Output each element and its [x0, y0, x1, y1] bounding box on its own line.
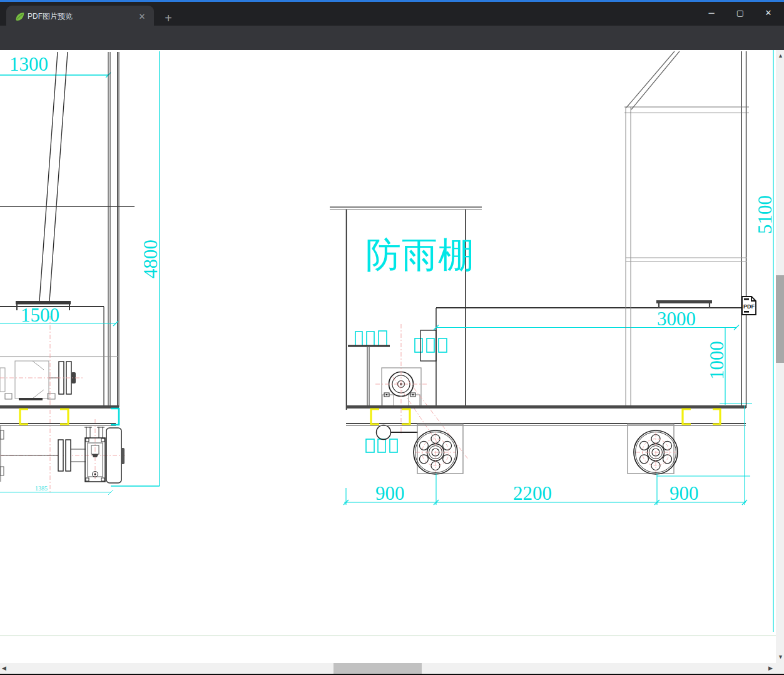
rail-clamps-left	[20, 409, 68, 424]
bearing-posts	[84, 427, 104, 438]
scroll-up-icon[interactable]: ▲	[778, 53, 783, 59]
scroll-right-icon[interactable]: ▶	[768, 666, 773, 671]
tab-strip: PDF图片预览 ✕ + ─ ▢ ✕	[0, 2, 784, 26]
window-minimize-button[interactable]: ─	[699, 4, 724, 21]
wheel-left	[414, 430, 457, 474]
scroll-down-icon[interactable]: ▼	[778, 654, 783, 660]
browser-tab[interactable]: PDF图片预览 ✕	[6, 6, 154, 28]
cad-drawing: 1300 1500	[0, 50, 776, 636]
dim-1385: 1385	[35, 485, 48, 492]
dim-1000: 1000	[706, 341, 728, 380]
new-tab-button[interactable]: +	[160, 10, 176, 26]
left-elevation-view: 1300 1500	[0, 51, 161, 495]
bottom-dimensions: 900 2200 900	[344, 405, 750, 505]
dim-900-rear: 900	[669, 482, 699, 504]
page-boundary-line	[0, 635, 776, 636]
window-maximize-button[interactable]: ▢	[728, 4, 753, 21]
pdf-download-button[interactable]: PDF	[741, 296, 757, 315]
shelter-label: 防雨棚	[365, 235, 474, 275]
dim-1500: 1500	[21, 304, 59, 326]
horizontal-scrollbar[interactable]: ◀ ▶	[0, 663, 784, 674]
dim-3000: 3000	[657, 308, 696, 330]
tab-close-icon[interactable]: ✕	[136, 11, 148, 23]
dim-2200: 2200	[513, 482, 552, 504]
gearbox-motor	[382, 368, 421, 406]
vertical-scrollbar-thumb[interactable]	[776, 275, 784, 363]
window-close-button[interactable]: ✕	[756, 4, 781, 21]
wheel-right	[634, 430, 678, 474]
browser-window: PDF图片预览 ✕ + ─ ▢ ✕ localhost:8012/onlineP…	[0, 0, 784, 675]
spring-favicon-icon	[14, 11, 25, 22]
trolley-undercarriage	[346, 405, 746, 474]
dim-1300: 1300	[9, 53, 48, 75]
dim-4800: 4800	[140, 240, 161, 278]
scroll-left-icon[interactable]: ◀	[2, 666, 6, 671]
browser-toolbar: localhost:8012/onlinePreview?url=http%3A…	[0, 26, 784, 50]
tab-title: PDF图片预览	[28, 11, 128, 22]
pdf-button-label: PDF	[743, 303, 755, 310]
vertical-scrollbar[interactable]: ▲ ▼	[776, 50, 784, 674]
platform-view: 3000 1000	[434, 51, 752, 409]
dim-900-front: 900	[375, 482, 405, 504]
shelter-view: 防雨棚	[330, 207, 482, 460]
overall-height-dimension: 5100	[754, 50, 776, 632]
page-content: 1300 1500	[0, 50, 776, 663]
horizontal-scrollbar-thumb[interactable]	[333, 663, 422, 674]
dim-5100: 5100	[754, 195, 776, 234]
